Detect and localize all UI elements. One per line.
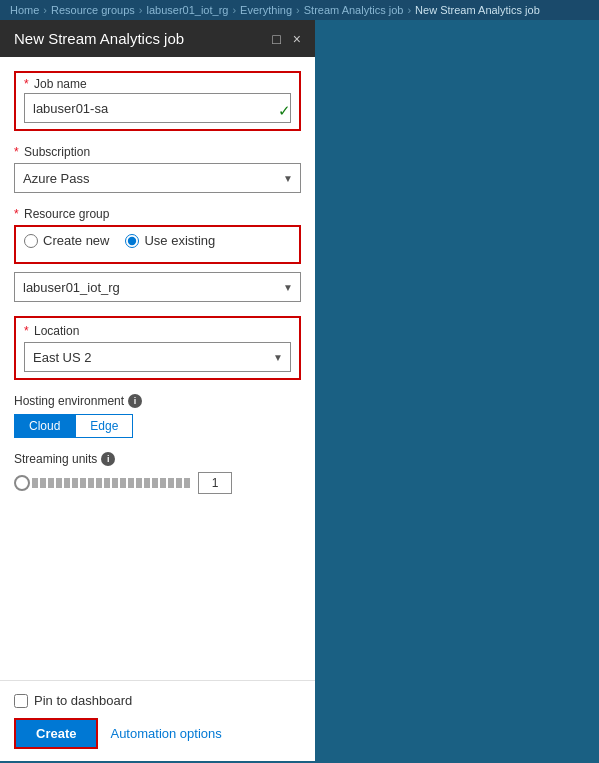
breadcrumb-current: New Stream Analytics job: [415, 4, 540, 16]
streaming-info-icon[interactable]: i: [101, 452, 115, 466]
location-label: * Location: [24, 324, 291, 338]
breadcrumb-home[interactable]: Home: [10, 4, 39, 16]
job-name-input[interactable]: [24, 93, 291, 123]
breadcrumb-everything[interactable]: Everything: [240, 4, 292, 16]
hosting-info-icon[interactable]: i: [128, 394, 142, 408]
hosting-edge-button[interactable]: Edge: [75, 414, 133, 438]
resource-group-label: * Resource group: [14, 207, 301, 221]
panel-header: New Stream Analytics job □ ×: [0, 20, 315, 57]
hosting-label: Hosting environment i: [14, 394, 301, 408]
subscription-label: * Subscription: [14, 145, 301, 159]
pin-to-dashboard-label: Pin to dashboard: [34, 693, 132, 708]
resource-group-radio-group: Create new Use existing: [24, 233, 291, 248]
panel-body: * Job name ✓ * Subscription Azure Pass: [0, 57, 315, 680]
hosting-cloud-button[interactable]: Cloud: [14, 414, 75, 438]
breadcrumb: Home › Resource groups › labuser01_iot_r…: [0, 0, 599, 20]
resource-group-select[interactable]: labuser01_iot_rg: [14, 272, 301, 302]
job-name-input-wrapper: ✓: [16, 93, 299, 129]
job-name-required: *: [24, 77, 29, 91]
breadcrumb-stream-analytics[interactable]: Stream Analytics job: [304, 4, 404, 16]
streaming-units-label: Streaming units i: [14, 452, 301, 466]
radio-create-new[interactable]: [24, 234, 38, 248]
new-stream-analytics-panel: New Stream Analytics job □ × * Job name …: [0, 20, 315, 761]
resource-group-radio-box: Create new Use existing: [14, 225, 301, 264]
panel-footer: Pin to dashboard Create Automation optio…: [0, 680, 315, 761]
pin-to-dashboard-checkbox[interactable]: [14, 694, 28, 708]
breadcrumb-iot-rg[interactable]: labuser01_iot_rg: [146, 4, 228, 16]
resource-group-section: * Resource group Create new Use existing: [14, 207, 301, 302]
streaming-slider-container: [14, 475, 190, 491]
subscription-select[interactable]: Azure Pass: [14, 163, 301, 193]
panel-title: New Stream Analytics job: [14, 30, 272, 47]
location-dropdown-wrapper: East US 2 ▼: [24, 342, 291, 372]
resource-group-dropdown-wrapper: labuser01_iot_rg ▼: [14, 272, 301, 302]
location-section: * Location East US 2 ▼: [14, 316, 301, 380]
radio-use-existing[interactable]: [125, 234, 139, 248]
slider-handle[interactable]: [14, 475, 30, 491]
footer-actions: Create Automation options: [14, 718, 301, 749]
hosting-environment-section: Hosting environment i Cloud Edge: [14, 394, 301, 438]
pin-to-dashboard-row: Pin to dashboard: [14, 693, 301, 708]
radio-use-existing-label[interactable]: Use existing: [125, 233, 215, 248]
streaming-units-section: Streaming units i: [14, 452, 301, 494]
streaming-units-value[interactable]: 1: [198, 472, 232, 494]
subscription-section: * Subscription Azure Pass ▼: [14, 145, 301, 193]
subscription-dropdown-wrapper: Azure Pass ▼: [14, 163, 301, 193]
location-select[interactable]: East US 2: [24, 342, 291, 372]
close-icon[interactable]: ×: [293, 31, 301, 47]
job-name-label: * Job name: [16, 73, 299, 91]
checkmark-icon: ✓: [278, 102, 291, 120]
minimize-icon[interactable]: □: [272, 31, 280, 47]
automation-options-link[interactable]: Automation options: [110, 726, 221, 741]
hosting-btn-group: Cloud Edge: [14, 414, 301, 438]
radio-create-new-label[interactable]: Create new: [24, 233, 109, 248]
job-name-section: * Job name ✓: [14, 71, 301, 131]
right-panel: [315, 20, 599, 761]
breadcrumb-resource-groups[interactable]: Resource groups: [51, 4, 135, 16]
create-button[interactable]: Create: [14, 718, 98, 749]
streaming-units-slider-row: 1: [14, 472, 301, 494]
panel-header-icons: □ ×: [272, 31, 301, 47]
slider-track: [32, 478, 190, 488]
